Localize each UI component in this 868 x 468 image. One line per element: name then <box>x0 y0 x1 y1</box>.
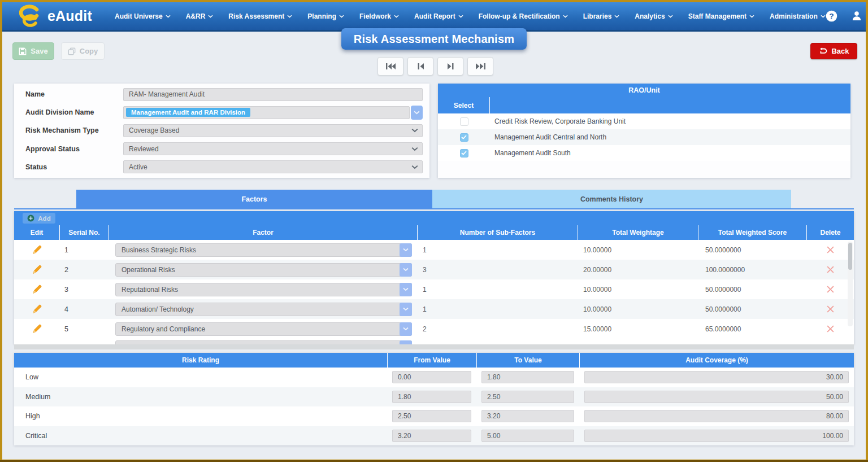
audit-coverage-input[interactable]: 30.00 <box>584 371 849 383</box>
tab-comments-history[interactable]: Comments History <box>432 190 791 208</box>
delete-column-header: Delete <box>806 225 854 240</box>
scrollbar-thumb[interactable] <box>848 243 852 270</box>
factor-select[interactable]: Regulatory and Compliance <box>115 322 412 336</box>
audit-coverage-input[interactable]: 80.00 <box>584 410 849 422</box>
risk-rating-table: Risk Rating From Value To Value Audit Co… <box>14 353 854 445</box>
horizontal-scrollbar[interactable] <box>14 344 854 349</box>
rating-name: Low <box>14 373 387 381</box>
to-value-input[interactable]: 2.50 <box>481 391 574 403</box>
delete-button[interactable] <box>806 265 854 274</box>
factor-row: 4 Automation/ Technology 1 10.00000 50.0… <box>14 299 854 319</box>
page-title: Risk Assessment Mechanism <box>341 28 527 50</box>
status-select[interactable]: Active <box>123 160 423 173</box>
menu-item[interactable]: Follow-up & Rectification <box>479 12 568 20</box>
previous-record-button[interactable] <box>407 57 433 76</box>
menu-item[interactable]: Planning <box>307 12 344 20</box>
serial-number: 5 <box>59 325 108 333</box>
chevron-down-icon <box>411 126 418 134</box>
menu-item[interactable]: Administration <box>770 12 826 20</box>
back-button[interactable]: Back <box>810 43 857 59</box>
factor-dropdown-button[interactable] <box>400 263 412 277</box>
audit-coverage-input[interactable]: 100.00 <box>584 430 849 442</box>
factor-dropdown-button[interactable] <box>400 303 412 316</box>
from-value-input[interactable]: 3.20 <box>392 430 471 442</box>
next-record-button[interactable] <box>437 57 463 76</box>
factor-select[interactable]: Operational Risks <box>115 263 412 277</box>
user-icon[interactable] <box>851 10 862 22</box>
delete-x-icon <box>826 325 835 333</box>
copy-icon <box>68 47 76 55</box>
last-record-button[interactable] <box>467 57 493 76</box>
menu-item[interactable]: Risk Assessment <box>228 12 292 20</box>
delete-button[interactable] <box>806 246 854 254</box>
audit-division-dropdown-button[interactable] <box>411 106 423 120</box>
chevron-down-icon <box>749 15 754 18</box>
from-value-input[interactable]: 1.80 <box>392 391 471 403</box>
rao-unit-checkbox[interactable] <box>460 117 468 126</box>
audit-coverage-input[interactable]: 50.00 <box>584 391 849 403</box>
menu-item-label: Follow-up & Rectification <box>479 12 560 20</box>
menu-item[interactable]: Audit Universe <box>115 12 171 20</box>
factor-name: Automation/ Technology <box>121 305 194 313</box>
to-value-input[interactable]: 5.00 <box>481 430 574 442</box>
save-button[interactable]: Save <box>12 42 54 60</box>
menu-item[interactable]: Analytics <box>635 12 672 20</box>
delete-x-icon <box>826 305 835 313</box>
from-value-column-header: From Value <box>387 353 476 368</box>
rao-unit-checkbox[interactable] <box>460 133 468 142</box>
factor-select[interactable]: Reputational Risks <box>115 283 412 296</box>
to-value-input[interactable]: 1.80 <box>481 371 574 383</box>
rao-unit-checkbox[interactable] <box>460 149 468 158</box>
form-row-name: Name RAM- Management Audit <box>14 86 429 103</box>
rating-name: High <box>14 412 387 420</box>
first-record-button[interactable] <box>377 57 403 76</box>
to-value-input[interactable]: 3.20 <box>481 410 574 422</box>
risk-mechanism-type-select[interactable]: Coverage Based <box>123 124 423 137</box>
help-icon[interactable]: ? <box>826 10 837 22</box>
menu-item[interactable]: Libraries <box>583 12 620 20</box>
menu-item-label: Planning <box>307 12 336 20</box>
menu-item-label: A&RR <box>186 12 206 20</box>
factor-select[interactable]: Business Strategic Risks <box>115 243 412 257</box>
menu-item[interactable]: Staff Management <box>688 12 754 20</box>
edit-button[interactable] <box>14 304 59 314</box>
add-label: Add <box>38 215 50 222</box>
rating-name: Medium <box>14 393 387 401</box>
add-factor-button[interactable]: Add <box>23 213 55 224</box>
factor-select[interactable]: Automation/ Technology <box>115 303 412 316</box>
audit-division-input[interactable]: Management Audit and RAR Division <box>123 106 410 119</box>
chevron-down-icon <box>403 287 409 291</box>
edit-button[interactable] <box>14 324 59 334</box>
rao-unit-row: Credit Risk Review, Corporate Banking Un… <box>438 113 850 129</box>
factor-dropdown-button[interactable] <box>400 283 412 296</box>
rating-row: High 2.50 3.20 80.00 <box>14 406 854 426</box>
factor-dropdown-button[interactable] <box>400 322 412 336</box>
from-value-input[interactable]: 2.50 <box>392 410 471 422</box>
edit-button[interactable] <box>14 285 59 295</box>
menu-item[interactable]: Fieldwork <box>359 12 399 20</box>
vertical-scrollbar[interactable] <box>848 242 853 326</box>
menu-item-label: Analytics <box>635 12 665 20</box>
edit-button[interactable] <box>14 245 59 255</box>
from-value-input[interactable]: 0.00 <box>392 371 471 383</box>
tab-factors[interactable]: Factors <box>76 190 432 208</box>
delete-button[interactable] <box>806 285 854 294</box>
copy-button[interactable]: Copy <box>61 42 105 60</box>
approval-status-select[interactable]: Reviewed <box>123 142 423 155</box>
pencil-icon <box>32 304 42 314</box>
back-label: Back <box>831 47 849 55</box>
factors-column-headers: Edit Serial No. Factor Number of Sub-Fac… <box>14 225 854 240</box>
total-weighted-score: 50.0000000 <box>698 305 806 313</box>
menu-item[interactable]: Audit Report <box>414 12 463 20</box>
delete-button[interactable] <box>806 325 854 333</box>
total-weightage: 10.00000 <box>578 286 698 294</box>
menu-item[interactable]: A&RR <box>186 12 214 20</box>
form-row-audit-division: Audit Division Name Management Audit and… <box>14 104 429 121</box>
form-row-approval-status: Approval Status Reviewed <box>14 141 429 158</box>
form-row-risk-mechanism-type: Risk Mechanism Type Coverage Based <box>14 122 429 139</box>
factor-dropdown-button[interactable] <box>400 243 412 257</box>
sub-factors-count: 1 <box>417 305 578 313</box>
name-input[interactable]: RAM- Management Audit <box>123 88 423 101</box>
delete-button[interactable] <box>806 305 854 313</box>
edit-button[interactable] <box>14 265 59 275</box>
